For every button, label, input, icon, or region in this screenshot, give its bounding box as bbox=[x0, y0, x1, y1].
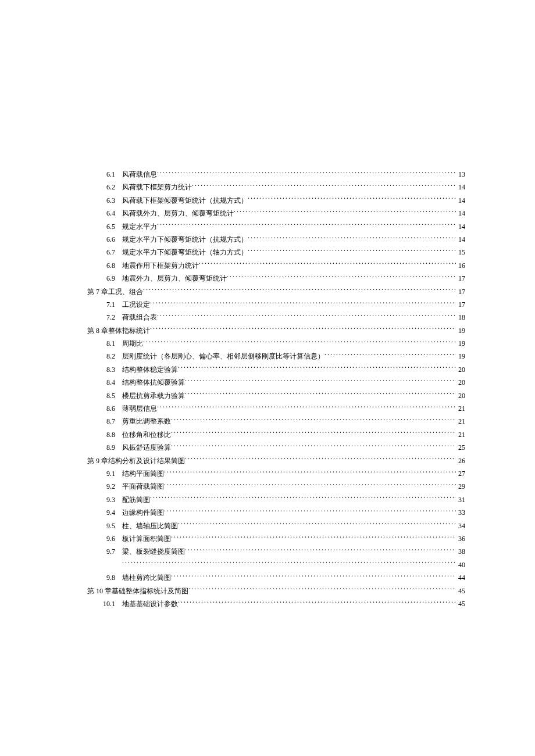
toc-entry: 9.7梁、板裂缝挠度简图38 bbox=[87, 546, 465, 557]
toc-entry: 6.5规定水平力14 bbox=[87, 221, 465, 232]
toc-page-number: 45 bbox=[456, 585, 465, 597]
toc-section-title: 风荷载外力、层剪力、倾覆弯矩统计 bbox=[122, 207, 234, 219]
toc-section-title: 层刚度统计（各层刚心、偏心率、相邻层侧移刚度比等计算信息） bbox=[122, 350, 324, 362]
toc-entry: 6.4风荷载外力、层剪力、倾覆弯矩统计14 bbox=[87, 207, 465, 219]
toc-entry: 第 8 章整体指标统计19 bbox=[87, 325, 465, 336]
toc-leader-dots bbox=[150, 300, 456, 307]
toc-leader-dots bbox=[171, 417, 456, 424]
toc-entry: 8.9风振舒适度验算25 bbox=[87, 442, 465, 453]
toc-page-number: 19 bbox=[456, 350, 465, 362]
toc-leader-dots bbox=[227, 274, 456, 281]
toc-page-number: 29 bbox=[456, 481, 465, 492]
toc-entry: 9.8墙柱剪跨比简图44 bbox=[87, 572, 465, 583]
toc-leader-dots bbox=[143, 339, 456, 346]
toc-leader-dots bbox=[164, 482, 456, 489]
toc-leader-dots bbox=[178, 599, 456, 606]
table-of-contents: 6.1风荷载信息136.2风荷载下框架剪力统计146.3风荷载下框架倾覆弯矩统计… bbox=[87, 169, 465, 610]
toc-entry: 8.3结构整体稳定验算20 bbox=[87, 364, 465, 375]
toc-chapter-label: 第 7 章工况、组合 bbox=[87, 286, 143, 298]
toc-section-title: 柱、墙轴压比简图 bbox=[122, 520, 178, 532]
toc-section-number: 9.4 bbox=[87, 507, 122, 518]
toc-leader-dots bbox=[150, 495, 456, 502]
toc-entry: 7.2荷载组合表18 bbox=[87, 311, 465, 323]
toc-leader-dots bbox=[157, 170, 456, 177]
toc-section-title: 地基基础设计参数 bbox=[122, 598, 178, 610]
toc-section-title: 墙柱剪跨比简图 bbox=[122, 572, 171, 583]
toc-page-number: 26 bbox=[456, 455, 465, 467]
toc-entry: 9.3配筋简图31 bbox=[87, 494, 465, 506]
toc-section-number: 8.6 bbox=[87, 403, 122, 414]
toc-leader-dots bbox=[324, 352, 456, 359]
toc-chapter-label: 第 9 章结构分析及设计结果简图 bbox=[87, 455, 185, 467]
toc-chapter-label: 第 8 章整体指标统计 bbox=[87, 325, 150, 336]
toc-page-number: 45 bbox=[456, 598, 465, 610]
toc-leader-dots bbox=[150, 326, 456, 333]
toc-section-title: 板计算面积简图 bbox=[122, 533, 171, 544]
toc-section-number: 9.6 bbox=[87, 533, 122, 544]
toc-page-number: 38 bbox=[456, 546, 465, 557]
toc-entry: 9.2平面荷载简图29 bbox=[87, 481, 465, 492]
toc-page-number: 19 bbox=[456, 338, 465, 349]
toc-entry: 7.1工况设定17 bbox=[87, 299, 465, 310]
toc-page-number: 14 bbox=[456, 181, 465, 193]
toc-section-number: 6.3 bbox=[87, 195, 122, 206]
toc-section-number: 10.1 bbox=[87, 598, 122, 610]
toc-section-title: 风荷载下框架倾覆弯矩统计（抗规方式） bbox=[122, 195, 248, 206]
toc-entry: 9.6板计算面积简图36 bbox=[87, 533, 465, 544]
toc-leader-dots bbox=[192, 182, 456, 189]
toc-section-number: 9.7 bbox=[87, 546, 122, 557]
toc-page-number: 13 bbox=[456, 169, 465, 180]
toc-leader-dots bbox=[171, 573, 456, 580]
toc-section-number: 6.7 bbox=[87, 246, 122, 258]
toc-section-number: 7.2 bbox=[87, 311, 122, 323]
toc-leader-dots bbox=[188, 586, 456, 593]
toc-entry: 8.2层刚度统计（各层刚心、偏心率、相邻层侧移刚度比等计算信息）19 bbox=[87, 350, 465, 362]
toc-section-number: 6.6 bbox=[87, 234, 122, 245]
toc-section-number: 8.8 bbox=[87, 429, 122, 440]
toc-chapter-label: 第 10 章基础整体指标统计及简图 bbox=[87, 585, 188, 597]
toc-page-number: 14 bbox=[456, 221, 465, 232]
toc-section-title: 规定水平力下倾覆弯矩统计（抗规方式） bbox=[122, 234, 248, 245]
toc-section-number: 9.8 bbox=[87, 572, 122, 583]
toc-section-title: 荷载组合表 bbox=[122, 311, 157, 323]
toc-leader-dots bbox=[248, 248, 456, 255]
toc-leader-dots bbox=[143, 287, 456, 294]
toc-section-title: 位移角和位移比 bbox=[122, 429, 171, 440]
toc-section-number: 6.8 bbox=[87, 260, 122, 271]
toc-page-number: 20 bbox=[456, 377, 465, 388]
toc-entry: 10.1地基基础设计参数45 bbox=[87, 598, 465, 610]
toc-page-number: 17 bbox=[456, 273, 465, 284]
toc-section-title: 地震作用下框架剪力统计 bbox=[122, 260, 199, 271]
toc-leader-dots bbox=[248, 196, 456, 203]
toc-entry: 8.6薄弱层信息21 bbox=[87, 403, 465, 414]
toc-page-number: 27 bbox=[456, 468, 465, 479]
toc-section-title: 边缘构件简图 bbox=[122, 507, 164, 518]
toc-section-number: 9.3 bbox=[87, 494, 122, 506]
toc-page-number: 44 bbox=[456, 572, 465, 583]
toc-section-number: 8.2 bbox=[87, 350, 122, 362]
toc-leader-dots bbox=[171, 534, 456, 541]
toc-entry: 40 bbox=[87, 559, 465, 571]
toc-page-number: 31 bbox=[456, 494, 465, 506]
toc-leader-dots bbox=[185, 378, 456, 385]
toc-leader-dots bbox=[185, 391, 456, 398]
toc-section-title: 平面荷载简图 bbox=[122, 481, 164, 492]
toc-section-number: 8.3 bbox=[87, 364, 122, 375]
toc-section-number: 6.1 bbox=[87, 169, 122, 180]
toc-entry: 6.9地震外力、层剪力、倾覆弯矩统计17 bbox=[87, 273, 465, 284]
toc-section-title: 风荷载信息 bbox=[122, 169, 157, 180]
toc-entry: 第 7 章工况、组合17 bbox=[87, 286, 465, 298]
toc-section-number: 6.2 bbox=[87, 181, 122, 193]
toc-entry: 6.3风荷载下框架倾覆弯矩统计（抗规方式）14 bbox=[87, 195, 465, 206]
toc-section-title: 楼层抗剪承载力验算 bbox=[122, 390, 185, 402]
toc-section-number: 8.5 bbox=[87, 390, 122, 402]
toc-section-number: 8.9 bbox=[87, 442, 122, 453]
toc-entry: 8.1周期比19 bbox=[87, 338, 465, 349]
toc-page-number: 25 bbox=[456, 442, 465, 453]
toc-entry: 6.2风荷载下框架剪力统计14 bbox=[87, 181, 465, 193]
toc-leader-dots bbox=[157, 313, 456, 320]
toc-section-number: 9.1 bbox=[87, 468, 122, 479]
toc-page-number: 21 bbox=[456, 415, 465, 427]
toc-entry: 8.8位移角和位移比21 bbox=[87, 429, 465, 440]
toc-entry: 8.7剪重比调整系数21 bbox=[87, 415, 465, 427]
